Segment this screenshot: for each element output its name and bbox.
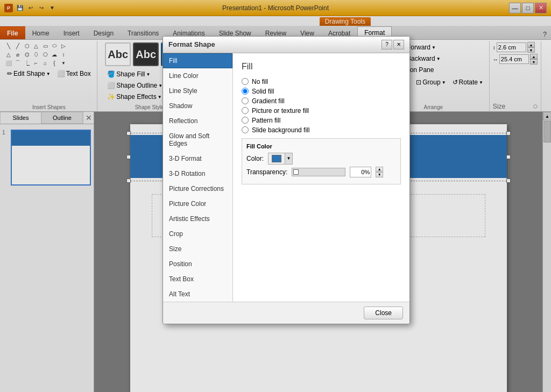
gradient-fill-option[interactable]: Gradient fill	[242, 97, 401, 105]
format-shape-dialog: Format Shape ? ✕ Fill Line Color Line St…	[163, 36, 410, 324]
nav-picture-color[interactable]: Picture Color	[163, 196, 232, 211]
transparency-spinner: ▲ ▼	[376, 167, 383, 177]
transparency-row: Transparency: ▲ ▼	[246, 167, 396, 177]
color-row: Color: ▼	[246, 153, 396, 165]
dialog-overlay: Format Shape ? ✕ Fill Line Color Line St…	[0, 0, 551, 392]
pattern-fill-label: Pattern fill	[252, 117, 280, 124]
dialog-close-btn[interactable]: ✕	[393, 40, 404, 49]
dialog-title-bar: Format Shape ? ✕	[163, 37, 409, 53]
slider-thumb[interactable]	[293, 169, 299, 175]
nav-fill[interactable]: Fill	[163, 53, 232, 68]
nav-glow-soft-edges[interactable]: Glow and Soft Edges	[163, 129, 232, 151]
color-swatch	[272, 155, 281, 162]
nav-crop[interactable]: Crop	[163, 226, 232, 241]
nav-3d-rotation[interactable]: 3-D Rotation	[163, 166, 232, 181]
nav-alt-text[interactable]: Alt Text	[163, 287, 232, 302]
color-dropdown-btn[interactable]: ▼	[285, 153, 293, 165]
color-btn[interactable]	[268, 153, 285, 165]
panel-title: Fill	[242, 62, 401, 72]
transparency-up[interactable]: ▲	[376, 167, 383, 172]
no-fill-option[interactable]: No fill	[242, 78, 401, 85]
dialog-nav: Fill Line Color Line Style Shadow Reflec…	[163, 53, 233, 302]
nav-artistic-effects[interactable]: Artistic Effects	[163, 211, 232, 226]
solid-fill-option[interactable]: Solid fill	[242, 88, 401, 95]
picture-texture-label: Picture or texture fill	[252, 107, 309, 115]
solid-fill-label: Solid fill	[252, 88, 274, 95]
fill-color-section: Fill Color Color: ▼ Transparency:	[242, 138, 401, 184]
slide-bg-fill-label: Slide background fill	[252, 126, 309, 134]
dialog-body: Fill Line Color Line Style Shadow Reflec…	[163, 53, 409, 302]
dialog-controls: ? ✕	[382, 40, 404, 49]
transparency-label: Transparency:	[246, 168, 287, 176]
dialog-footer: Close	[163, 302, 409, 324]
gradient-fill-label: Gradient fill	[252, 97, 285, 105]
transparency-input[interactable]	[350, 167, 371, 177]
nav-shadow[interactable]: Shadow	[163, 98, 232, 113]
dialog-title: Format Shape	[168, 40, 215, 48]
nav-reflection[interactable]: Reflection	[163, 113, 232, 129]
slide-bg-fill-option[interactable]: Slide background fill	[242, 126, 401, 134]
transparency-down[interactable]: ▼	[376, 172, 383, 177]
nav-size[interactable]: Size	[163, 241, 232, 256]
fill-panel: Fill No fill Solid fill Gradient fill Pi…	[233, 53, 409, 302]
pattern-fill-option[interactable]: Pattern fill	[242, 117, 401, 124]
nav-3d-format[interactable]: 3-D Format	[163, 151, 232, 166]
picture-texture-option[interactable]: Picture or texture fill	[242, 107, 401, 115]
color-picker: ▼	[268, 153, 293, 165]
nav-position[interactable]: Position	[163, 256, 232, 272]
close-button[interactable]: Close	[364, 307, 403, 319]
nav-line-color[interactable]: Line Color	[163, 68, 232, 83]
nav-line-style[interactable]: Line Style	[163, 83, 232, 98]
transparency-slider[interactable]	[292, 168, 345, 176]
color-label: Color:	[246, 155, 264, 162]
no-fill-label: No fill	[252, 78, 268, 85]
nav-picture-corrections[interactable]: Picture Corrections	[163, 181, 232, 196]
dialog-help-btn[interactable]: ?	[382, 40, 392, 49]
nav-text-box[interactable]: Text Box	[163, 272, 232, 287]
fill-color-section-label: Fill Color	[246, 143, 396, 149]
